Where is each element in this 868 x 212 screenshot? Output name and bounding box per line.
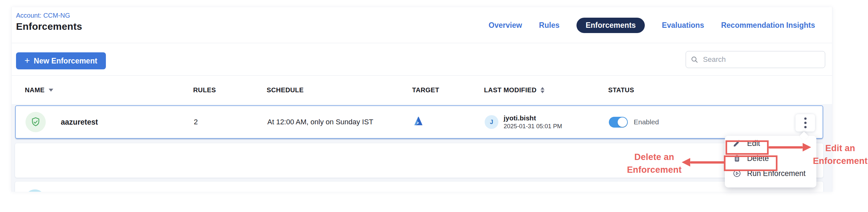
shield-check-icon (30, 116, 41, 128)
header-divider (12, 43, 832, 43)
modified-by: jyoti.bisht (504, 114, 562, 122)
column-header-target: TARGET (412, 86, 484, 94)
row-actions-button[interactable] (796, 114, 815, 132)
tab-enforcements[interactable]: Enforcements (577, 18, 645, 33)
tab-overview[interactable]: Overview (489, 21, 522, 30)
row-type-badge (25, 189, 45, 192)
edit-annotation: Edit an Enforcement (812, 142, 868, 167)
enforcements-list: aazuretest 2 At 12:00 AM, only on Sunday… (12, 104, 832, 192)
enabled-toggle[interactable] (609, 117, 628, 128)
tab-rules[interactable]: Rules (539, 21, 559, 30)
modified-at: 2025-01-31 05:01 PM (504, 122, 562, 130)
last-modified-cell: J jyoti.bisht 2025-01-31 05:01 PM (485, 114, 609, 130)
search-icon (690, 56, 699, 63)
kebab-menu-icon (804, 117, 807, 120)
main-panel: Account: CCM-NG Enforcements Overview Ru… (11, 7, 832, 192)
edit-arrow (769, 146, 803, 149)
column-header-name[interactable]: NAME (25, 86, 193, 94)
enforcement-name: aazuretest (61, 118, 98, 127)
new-enforcement-label: New Enforcement (34, 57, 97, 65)
column-header-schedule: SCHEDULE (267, 86, 412, 94)
name-cell: aazuretest (26, 112, 194, 132)
delete-highlight-box (724, 155, 777, 171)
search-box (686, 51, 825, 68)
table-row[interactable] (15, 143, 823, 178)
tab-evaluations[interactable]: Evaluations (662, 21, 704, 30)
status-label: Enabled (634, 118, 659, 126)
table-row[interactable]: aazuretest 2 At 12:00 AM, only on Sunday… (15, 105, 823, 139)
delete-arrow (690, 161, 725, 164)
table-header-row: NAME RULES SCHEDULE TARGET LAST MODIFIED… (15, 75, 823, 105)
delete-annotation: Delete an Enforcement (620, 151, 689, 176)
status-cell: Enabled (609, 117, 823, 128)
sort-both-icon (540, 87, 545, 93)
target-cell (413, 116, 485, 128)
shield-check-badge (26, 112, 46, 132)
tab-bar: Overview Rules Enforcements Evaluations … (489, 18, 815, 33)
avatar: J (485, 115, 498, 129)
column-header-last-modified[interactable]: LAST MODIFIED (484, 86, 608, 94)
azure-icon (413, 116, 424, 126)
tab-recommendation-insights[interactable]: Recommendation Insights (721, 21, 815, 30)
column-header-status: STATUS (608, 86, 823, 94)
column-header-rules: RULES (193, 86, 267, 94)
edit-highlight-box (725, 140, 769, 155)
search-input[interactable] (702, 55, 820, 64)
page-title: Enforcements (16, 21, 82, 32)
new-enforcement-button[interactable]: + New Enforcement (16, 52, 106, 69)
rules-count: 2 (194, 118, 267, 126)
schedule-text: At 12:00 AM, only on Sunday IST (267, 118, 413, 126)
sort-desc-icon (49, 89, 53, 91)
table-row[interactable] (15, 182, 823, 192)
edit-arrow-head-icon (803, 143, 811, 152)
plus-icon: + (25, 56, 30, 65)
breadcrumb[interactable]: Account: CCM-NG (16, 12, 70, 19)
